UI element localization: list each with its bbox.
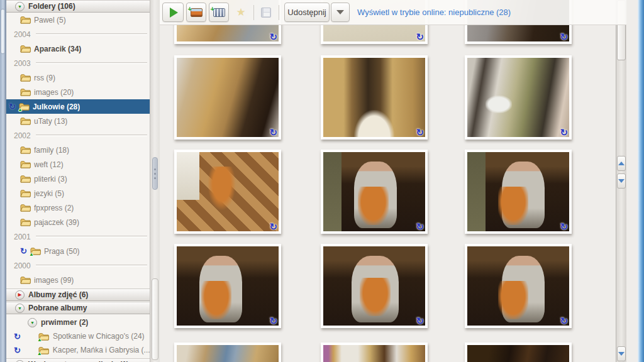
folder-label: pliterki (3) [34, 175, 67, 184]
collapse-arrow-icon[interactable]: ▼ [15, 304, 25, 313]
sidebar-folder-item[interactable]: ↻▲Praga (50) [6, 244, 150, 258]
photo-image: ↻ [467, 58, 569, 137]
photo-image [323, 345, 425, 362]
chevron-up-icon [618, 162, 625, 165]
scroll-bottom-button[interactable] [617, 346, 626, 361]
grid-scrollbar[interactable] [616, 0, 626, 362]
section-header-exported[interactable]: ▼ Wyeksportowane zdjęcia (1) [6, 358, 150, 362]
sidebar-folder-item[interactable]: Aparacik (34) [6, 41, 150, 56]
sidebar-album-item[interactable]: ↻▲Spotkanie w Chicago's (24) [6, 329, 150, 343]
collapse-arrow-icon[interactable]: ▼ [15, 2, 25, 11]
sidebar-folder-item[interactable]: rss (9) [6, 70, 150, 85]
photo-image: ↻ [323, 152, 425, 231]
photo-thumbnail[interactable]: ↻ [465, 150, 572, 234]
sync-icon: ↻ [20, 247, 27, 255]
sidebar-folder-item[interactable]: Pawel (5) [6, 13, 150, 27]
share-button[interactable]: Udostępnij [284, 3, 330, 22]
folder-icon [20, 74, 31, 82]
folder-label: Julkowie (28) [33, 102, 80, 111]
window-border [638, 0, 644, 362]
folder-label: jezyki (5) [34, 189, 64, 198]
folder-icon [20, 146, 31, 154]
photo-image: ↻ [177, 152, 279, 231]
folder-icon [20, 160, 31, 168]
photo-thumbnail[interactable] [465, 343, 572, 362]
folder-icon [20, 88, 31, 96]
upload-arrow-icon: ▲ [18, 107, 23, 112]
share-dropdown-button[interactable] [331, 3, 350, 22]
play-slideshow-button[interactable] [162, 3, 184, 22]
sidebar-scrollbar[interactable] [0, 0, 6, 362]
play-icon [170, 8, 178, 18]
sidebar-folder-item[interactable]: fpxpress (2) [6, 200, 150, 215]
folder-icon: ▲ [19, 102, 30, 111]
chevron-down-icon [618, 352, 625, 356]
sync-icon: ↻ [269, 128, 277, 137]
photo-thumbnail[interactable]: ↻ [465, 55, 572, 140]
photo-image [467, 345, 569, 362]
photo-image: ↻ [177, 58, 279, 137]
photo-thumbnail[interactable] [321, 343, 428, 362]
downloaded-albums-list: ▼prwimmer (2)↻▲Spotkanie w Chicago's (24… [6, 314, 150, 357]
folder-label: images (99) [34, 276, 74, 285]
expand-arrow-icon[interactable]: ▶ [15, 290, 25, 300]
section-label: Foldery (106) [28, 2, 75, 11]
year-label: 2004 [14, 30, 31, 39]
sidebar-folder-item[interactable]: weft (12) [6, 157, 150, 172]
sidebar-splitter[interactable] [150, 0, 160, 362]
collapse-arrow-icon[interactable]: ▼ [15, 360, 25, 362]
folder-icon [20, 204, 31, 212]
sidebar-folder-item[interactable]: images (20) [6, 85, 150, 99]
toolbar-separator [279, 5, 279, 20]
sidebar-folder-item[interactable]: images (99) [6, 273, 150, 287]
add-video-button[interactable]: + [209, 3, 229, 22]
scroll-down-button[interactable] [617, 173, 626, 189]
section-header-folders[interactable]: ▼ Foldery (106) [6, 0, 150, 13]
section-header-downloaded[interactable]: ▼ Pobrane albumy [6, 302, 150, 314]
folder-label: uTaty (13) [34, 117, 67, 126]
photo-image: ↻ [323, 58, 425, 137]
sidebar-folder-item[interactable]: ↻▲Julkowie (28) [6, 99, 150, 114]
share-button-label: Udostępnij [287, 8, 326, 17]
sidebar-album-item[interactable]: ↻▲Kacper, Mańka i Gabrysia (... [6, 343, 150, 357]
separator-line [36, 236, 147, 238]
sidebar-scrollbar-thumb[interactable] [1, 9, 5, 54]
folder-icon [20, 16, 31, 24]
sync-icon: ↻ [416, 32, 424, 41]
sync-icon: ↻ [560, 32, 568, 41]
folder-icon [20, 175, 31, 183]
toolbar-separator [253, 5, 254, 20]
sidebar-album-item[interactable]: ▼prwimmer (2) [6, 315, 150, 329]
photo-thumbnail[interactable]: ↻ [174, 150, 281, 234]
add-photos-button[interactable]: + [186, 3, 206, 22]
year-separator: 2002 [6, 128, 150, 143]
view-online-link[interactable]: Wyświetl w trybie online: niepubliczne (… [357, 8, 511, 17]
folder-icon: ▲ [38, 346, 49, 354]
photo-thumbnail[interactable]: ↻ [174, 244, 281, 328]
photo-thumbnail[interactable]: ↻ [321, 55, 428, 140]
star-button[interactable]: ★ [231, 3, 250, 22]
splitter-grip-handle[interactable] [152, 157, 158, 190]
sidebar-folder-item[interactable]: family (18) [6, 143, 150, 157]
photo-image: ↻ [467, 246, 569, 326]
splitter-scroll-thumb[interactable] [152, 278, 158, 360]
photo-thumbnail[interactable]: ↻ [174, 55, 281, 140]
photo-thumbnail[interactable]: ↻ [321, 150, 428, 234]
sidebar-folder-item[interactable]: pajaczek (39) [6, 215, 150, 229]
photo-thumbnail[interactable] [174, 343, 281, 362]
collapse-arrow-icon[interactable]: ▼ [28, 318, 37, 327]
folder-icon: ▲ [38, 332, 49, 341]
sidebar-folder-item[interactable]: pliterki (3) [6, 172, 150, 186]
photo-detail [467, 152, 486, 231]
scroll-up-button[interactable] [617, 156, 626, 171]
photo-thumbnail[interactable]: ↻ [465, 244, 572, 328]
section-header-albums[interactable]: ▶ Albumy zdjęć (6) [6, 288, 150, 301]
sync-icon: ↻ [416, 316, 424, 326]
year-separator: 2001 [6, 229, 150, 244]
photo-thumbnail[interactable]: ↻ [321, 244, 428, 328]
year-label: 2001 [14, 233, 31, 241]
sidebar-folder-item[interactable]: uTaty (13) [6, 114, 150, 128]
save-button[interactable] [257, 3, 275, 22]
sidebar-folder-item[interactable]: jezyki (5) [6, 186, 150, 200]
chevron-down-icon [336, 10, 344, 14]
